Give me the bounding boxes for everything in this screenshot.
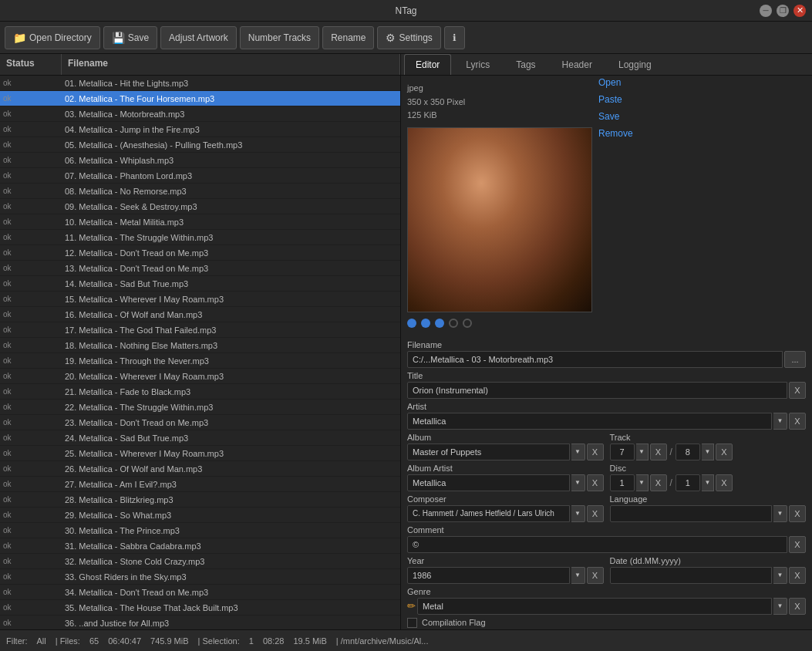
title-input[interactable] (407, 382, 787, 399)
table-row[interactable]: ok 26. Metallica - Of Wolf and Man.mp3 (0, 461, 400, 477)
track-total-dropdown-arrow[interactable]: ▼ (702, 444, 714, 460)
table-row[interactable]: ok 12. Metallica - Don't Tread on Me.mp3 (0, 245, 400, 261)
genre-clear-button[interactable]: X (789, 598, 806, 615)
genre-edit-icon[interactable]: ✏ (407, 600, 416, 612)
info-button[interactable]: ℹ (444, 26, 465, 49)
artwork-save-button[interactable]: Save (598, 110, 633, 123)
table-row[interactable]: ok 35. Metallica - The House That Jack B… (0, 600, 400, 616)
disc-total-clear-button[interactable]: X (716, 474, 733, 491)
year-input[interactable] (407, 567, 570, 584)
comment-clear-button[interactable]: X (789, 536, 806, 553)
artwork-paste-button[interactable]: Paste (598, 93, 633, 106)
title-clear-button[interactable]: X (789, 382, 806, 399)
language-dropdown-arrow[interactable]: ▼ (773, 505, 787, 522)
table-row[interactable]: ok 20. Metallica - Wherever I May Roam.m… (0, 369, 400, 384)
album-clear-button[interactable]: X (587, 444, 604, 460)
table-row[interactable]: ok 22. Metallica - The Struggle Within.m… (0, 400, 400, 415)
table-row[interactable]: ok 23. Metallica - Don't Tread on Me.mp3 (0, 415, 400, 430)
minimize-button[interactable]: ─ (760, 5, 772, 17)
disc-dropdown-arrow[interactable]: ▼ (636, 474, 649, 491)
album-input[interactable] (407, 444, 570, 460)
genre-input[interactable] (417, 598, 772, 615)
rename-button[interactable]: Rename (322, 26, 374, 49)
artwork-dot-0[interactable] (407, 319, 416, 328)
settings-button[interactable]: ⚙ Settings (377, 26, 440, 49)
table-row[interactable]: ok 28. Metallica - Blitzkrieg.mp3 (0, 492, 400, 508)
table-row[interactable]: ok 07. Metallica - Phantom Lord.mp3 (0, 168, 400, 184)
tab-lyrics[interactable]: Lyrics (454, 54, 501, 75)
adjust-artwork-button[interactable]: Adjust Artwork (160, 26, 237, 49)
tab-tags[interactable]: Tags (504, 54, 547, 75)
date-clear-button[interactable]: X (789, 567, 806, 584)
album-dropdown-arrow[interactable]: ▼ (571, 444, 585, 460)
artist-dropdown-arrow[interactable]: ▼ (773, 413, 787, 430)
table-row[interactable]: ok 31. Metallica - Sabbra Cadabra.mp3 (0, 538, 400, 554)
table-row[interactable]: ok 10. Metallica - Metal Militia.mp3 (0, 214, 400, 230)
table-row[interactable]: ok 16. Metallica - Of Wolf and Man.mp3 (0, 307, 400, 322)
composer-clear-button[interactable]: X (587, 505, 604, 522)
composer-dropdown-arrow[interactable]: ▼ (571, 505, 585, 522)
table-row[interactable]: ok 06. Metallica - Whiplash.mp3 (0, 153, 400, 168)
table-row[interactable]: ok 11. Metallica - The Struggle Within.m… (0, 230, 400, 245)
artwork-dot-2[interactable] (435, 319, 444, 328)
table-row[interactable]: ok 01. Metallica - Hit the Lights.mp3 (0, 76, 400, 91)
artwork-open-button[interactable]: Open (598, 76, 633, 89)
artwork-dot-3[interactable] (449, 319, 458, 328)
filename-input[interactable] (407, 351, 783, 368)
table-row[interactable]: ok 29. Metallica - So What.mp3 (0, 508, 400, 523)
table-row[interactable]: ok 04. Metallica - Jump in the Fire.mp3 (0, 122, 400, 137)
disc-clear-button[interactable]: X (650, 474, 667, 491)
disc-input[interactable] (610, 474, 635, 491)
compilation-checkbox[interactable] (407, 618, 417, 628)
filename-browse-button[interactable]: ... (784, 351, 806, 368)
table-row[interactable]: ok 21. Metallica - Fade to Black.mp3 (0, 384, 400, 400)
language-input[interactable] (610, 505, 773, 522)
table-row[interactable]: ok 30. Metallica - The Prince.mp3 (0, 523, 400, 538)
table-row[interactable]: ok 18. Metallica - Nothing Else Matters.… (0, 338, 400, 353)
composer-input[interactable] (407, 505, 570, 522)
disc-total-dropdown-arrow[interactable]: ▼ (702, 474, 714, 491)
album-artist-dropdown-arrow[interactable]: ▼ (571, 474, 585, 491)
artwork-dot-4[interactable] (463, 319, 472, 328)
date-dropdown-arrow[interactable]: ▼ (773, 567, 787, 584)
table-row[interactable]: ok 08. Metallica - No Remorse.mp3 (0, 184, 400, 199)
table-row[interactable]: ok 09. Metallica - Seek & Destroy.mp3 (0, 199, 400, 214)
table-row[interactable]: ok 25. Metallica - Wherever I May Roam.m… (0, 446, 400, 461)
file-list[interactable]: ok 01. Metallica - Hit the Lights.mp3 ok… (0, 76, 400, 629)
table-row[interactable]: ok 19. Metallica - Through the Never.mp3 (0, 353, 400, 369)
album-artist-clear-button[interactable]: X (587, 474, 604, 491)
track-total-input[interactable] (676, 444, 700, 460)
tab-editor[interactable]: Editor (404, 54, 451, 75)
table-row[interactable]: ok 02. Metallica - The Four Horsemen.mp3 (0, 91, 400, 106)
table-row[interactable]: ok 32. Metallica - Stone Cold Crazy.mp3 (0, 554, 400, 569)
year-dropdown-arrow[interactable]: ▼ (571, 567, 585, 584)
track-dropdown-arrow[interactable]: ▼ (636, 444, 649, 460)
table-row[interactable]: ok 27. Metallica - Am I Evil?.mp3 (0, 477, 400, 492)
table-row[interactable]: ok 13. Metallica - Don't Tread on Me.mp3 (0, 261, 400, 276)
close-button[interactable]: ✕ (793, 5, 806, 17)
number-tracks-button[interactable]: Number Tracks (240, 26, 319, 49)
comment-input[interactable] (407, 536, 787, 553)
artwork-dot-1[interactable] (421, 319, 430, 328)
table-row[interactable]: ok 14. Metallica - Sad But True.mp3 (0, 276, 400, 292)
table-row[interactable]: ok 36. ..and Justice for All.mp3 (0, 616, 400, 629)
table-row[interactable]: ok 05. Metallica - (Anesthesia) - Pullin… (0, 137, 400, 153)
tab-header[interactable]: Header (551, 54, 604, 75)
language-clear-button[interactable]: X (789, 505, 806, 522)
table-row[interactable]: ok 17. Metallica - The God That Failed.m… (0, 322, 400, 338)
artwork-remove-button[interactable]: Remove (598, 126, 633, 140)
album-artist-input[interactable] (407, 474, 570, 491)
year-clear-button[interactable]: X (587, 567, 604, 584)
genre-dropdown-arrow[interactable]: ▼ (773, 598, 787, 615)
tab-logging[interactable]: Logging (607, 54, 663, 75)
artist-input[interactable] (407, 413, 772, 430)
track-input[interactable] (610, 444, 635, 460)
table-row[interactable]: ok 33. Ghost Riders in the Sky.mp3 (0, 569, 400, 585)
track-clear-button[interactable]: X (650, 444, 667, 460)
disc-total-input[interactable] (676, 474, 700, 491)
table-row[interactable]: ok 03. Metallica - Motorbreath.mp3 (0, 106, 400, 122)
table-row[interactable]: ok 15. Metallica - Wherever I May Roam.m… (0, 292, 400, 307)
date-input[interactable] (610, 567, 773, 584)
restore-button[interactable]: ❐ (777, 5, 789, 17)
track-total-clear-button[interactable]: X (716, 444, 733, 460)
